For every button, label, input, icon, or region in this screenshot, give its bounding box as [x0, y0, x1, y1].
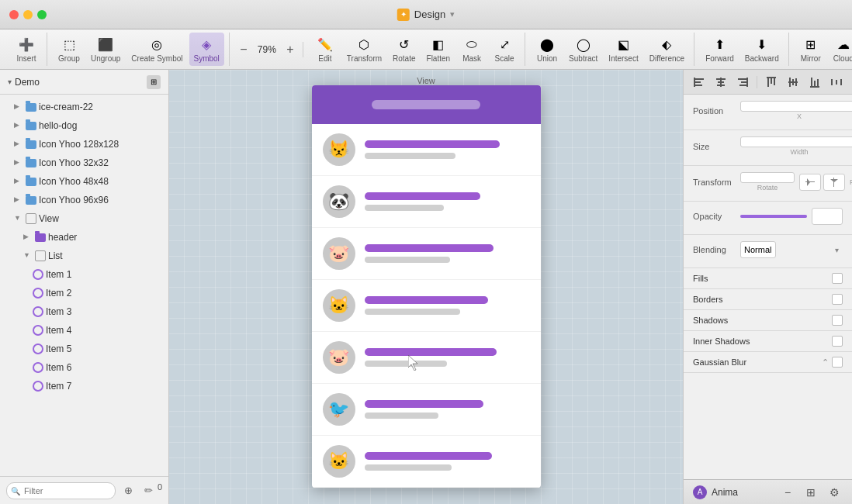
borders-row[interactable]: Borders	[684, 289, 852, 310]
zoom-out-button[interactable]: −	[236, 42, 251, 57]
opacity-slider[interactable]	[740, 215, 807, 218]
flatten-button[interactable]: ◧ Flatten	[422, 33, 455, 66]
flip-vertical-button[interactable]	[823, 174, 845, 191]
layer-item-4[interactable]: Item 4	[0, 321, 168, 340]
align-center-h-button[interactable]	[712, 74, 730, 91]
insert-button[interactable]: ➕ Insert	[11, 33, 42, 66]
zoom-in-button[interactable]: +	[282, 42, 298, 57]
svg-rect-9	[741, 81, 747, 83]
symbol-button[interactable]: ◈ Symbol	[189, 33, 224, 66]
mirror-button[interactable]: ⊞ Mirror	[795, 33, 826, 66]
mask-button[interactable]: ⬭ Mask	[456, 33, 487, 66]
add-layer-button[interactable]: ⊕	[120, 482, 137, 499]
item-lines	[365, 296, 530, 315]
gaussian-blur-row[interactable]: Gaussian Blur ⌃	[684, 352, 852, 373]
rotate-input[interactable]	[740, 172, 795, 183]
canvas-area[interactable]: View 😾 🐼	[169, 70, 683, 504]
symbol-icon	[33, 306, 43, 317]
svg-rect-15	[767, 77, 776, 78]
align-bottom-button[interactable]	[805, 74, 824, 91]
layer-chevron: ▼	[14, 214, 23, 223]
layer-item-2[interactable]: Item 2	[0, 284, 168, 302]
minimize-button[interactable]	[23, 10, 33, 19]
align-middle-button[interactable]	[784, 74, 802, 91]
layer-icon-96[interactable]: ▶ Icon Yhoo 96x96	[0, 191, 168, 209]
layer-item-3[interactable]: Item 3	[0, 302, 168, 321]
cloud-button[interactable]: ☁ Cloud	[828, 33, 852, 66]
backward-icon: ⬇	[753, 36, 771, 53]
list-item: 🐷	[312, 332, 541, 384]
intersect-button[interactable]: ⬕ Intersect	[604, 33, 642, 66]
forward-button[interactable]: ⬆ Forward	[701, 33, 739, 66]
layer-item-6[interactable]: Item 6	[0, 358, 168, 377]
list-item: 🐱	[312, 280, 541, 332]
borders-toggle[interactable]	[832, 294, 843, 305]
fills-toggle[interactable]	[832, 273, 843, 284]
layer-hello-dog[interactable]: ▶ hello-dog	[0, 116, 168, 135]
scale-button[interactable]: ⤢ Scale	[489, 33, 520, 66]
sidebar-collapse-arrow[interactable]: ▾	[8, 78, 12, 86]
edit-layer-button[interactable]: ✏	[140, 482, 158, 499]
close-button[interactable]	[9, 10, 19, 19]
flip-horizontal-button[interactable]	[799, 174, 821, 191]
opacity-input[interactable]	[812, 208, 843, 225]
difference-button[interactable]: ⬖ Difference	[645, 33, 689, 66]
width-input[interactable]	[740, 136, 852, 147]
x-input-wrap: X	[740, 101, 852, 120]
gaussian-blur-chevron[interactable]: ⌃	[822, 357, 829, 368]
panel-toggle-button[interactable]: ⊞	[802, 484, 819, 501]
layer-icon-48[interactable]: ▶ Icon Yhoo 48x48	[0, 172, 168, 191]
ungroup-label: Ungroup	[91, 54, 120, 63]
create-symbol-button[interactable]: ◎ Create Symbol	[126, 33, 187, 66]
layer-view[interactable]: ▼ View	[0, 209, 168, 228]
app-icon: ✦	[397, 9, 410, 21]
layer-icon-128[interactable]: ▶ Icon Yhoo 128x128	[0, 135, 168, 154]
fills-row[interactable]: Fills	[684, 268, 852, 289]
inner-shadows-toggle[interactable]	[832, 336, 843, 347]
gaussian-blur-controls: ⌃	[822, 357, 843, 368]
toolbar-edit-group: ✏️ Edit ⬡ Transform ↺ Rotate ◧ Flatten ⬭…	[305, 33, 525, 66]
item-lines	[365, 400, 530, 419]
align-top-button[interactable]	[762, 74, 781, 91]
svg-rect-8	[738, 78, 747, 80]
layer-item-5[interactable]: Item 5	[0, 340, 168, 358]
gaussian-blur-toggle[interactable]	[832, 357, 843, 368]
inner-shadows-row[interactable]: Inner Shadows	[684, 331, 852, 352]
sidebar-expand-button[interactable]: ⊞	[147, 75, 161, 89]
shadows-toggle[interactable]	[832, 315, 843, 326]
layer-item-7[interactable]: Item 7	[0, 377, 168, 395]
x-input[interactable]	[740, 101, 852, 112]
avatar: 😾	[323, 133, 355, 166]
fullscreen-button[interactable]	[37, 10, 47, 19]
layer-list[interactable]: ▼ List	[0, 247, 168, 265]
subtract-button[interactable]: ◯ Subtract	[564, 33, 602, 66]
create-symbol-icon: ◎	[148, 36, 165, 53]
search-input[interactable]	[6, 482, 116, 499]
blending-select[interactable]: Normal	[740, 241, 776, 258]
title-chevron[interactable]: ▾	[450, 9, 455, 19]
distribute-h-button[interactable]	[827, 74, 846, 91]
svg-rect-13	[771, 78, 772, 84]
layer-item-1[interactable]: Item 1	[0, 265, 168, 284]
width-label: Width	[740, 148, 852, 156]
shadows-row[interactable]: Shadows	[684, 310, 852, 331]
settings-button[interactable]: ⚙	[826, 484, 843, 501]
union-button[interactable]: ⬤ Union	[532, 33, 563, 66]
avatar: 🐼	[323, 185, 355, 218]
align-left-button[interactable]	[690, 74, 708, 91]
ungroup-button[interactable]: ⬛ Ungroup	[86, 33, 125, 66]
svg-rect-23	[810, 86, 819, 88]
item-lines	[365, 348, 530, 367]
group-button[interactable]: ⬚ Group	[54, 33, 85, 66]
minimize-bottom-button[interactable]: −	[779, 484, 796, 501]
align-right-button[interactable]	[733, 74, 752, 91]
edit-button[interactable]: ✏️ Edit	[310, 33, 341, 66]
backward-button[interactable]: ⬇ Backward	[740, 33, 784, 66]
layer-icon-32[interactable]: ▶ Icon Yhoo 32x32	[0, 154, 168, 172]
layer-ice-cream[interactable]: ▶ ice-cream-22	[0, 98, 168, 116]
rotate-button[interactable]: ↺ Rotate	[388, 33, 420, 66]
layer-name: hello-dog	[39, 120, 77, 131]
svg-rect-11	[746, 78, 748, 87]
layer-header[interactable]: ▶ header	[0, 228, 168, 247]
transform-button[interactable]: ⬡ Transform	[342, 33, 386, 66]
